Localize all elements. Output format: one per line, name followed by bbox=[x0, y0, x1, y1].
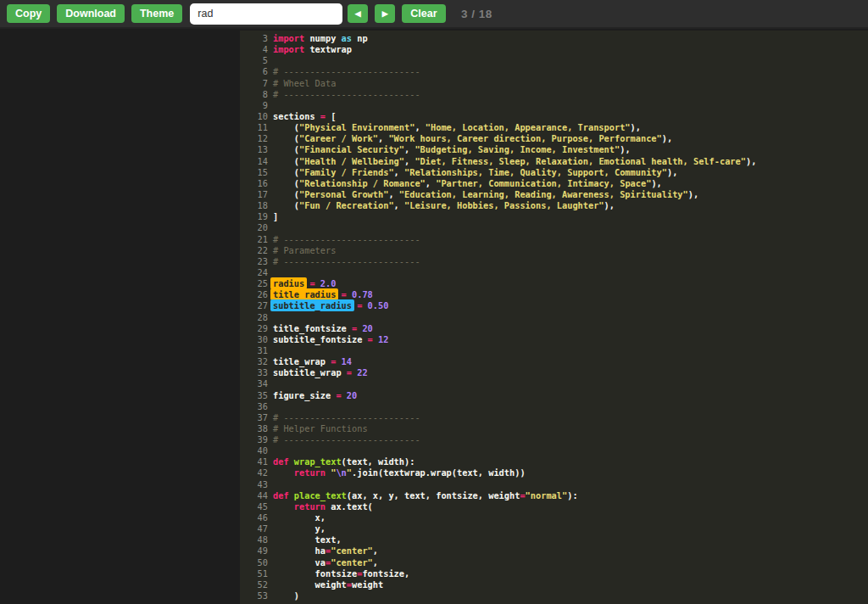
line-number: 24 bbox=[240, 267, 273, 278]
code-token: # -------------------------- bbox=[273, 412, 420, 422]
code-line: 29title_fontsize = 20 bbox=[240, 323, 868, 334]
code-line: 50 va="center", bbox=[240, 557, 868, 568]
code-line: 20 bbox=[240, 222, 868, 233]
search-input[interactable] bbox=[190, 3, 342, 25]
theme-button[interactable]: Theme bbox=[131, 4, 182, 23]
code-line: 43 bbox=[240, 479, 868, 490]
code-token: "Home, Location, Appearance, Transport" bbox=[426, 122, 631, 132]
line-number: 53 bbox=[240, 590, 273, 601]
code-token: 0.50 bbox=[368, 300, 389, 310]
line-number: 21 bbox=[240, 234, 273, 245]
code-token: def bbox=[273, 456, 289, 467]
code-line: 12 ("Career / Work", "Work hours, Career… bbox=[240, 133, 868, 144]
code-token: weight bbox=[352, 579, 383, 590]
line-number: 31 bbox=[240, 345, 273, 356]
code-token: y, bbox=[273, 523, 326, 534]
code-line: 24 bbox=[240, 267, 868, 278]
code-line: 18 ("Fun / Recreation", "Leisure, Hobbie… bbox=[240, 200, 868, 211]
code-token: weight bbox=[273, 579, 347, 590]
code-token: # -------------------------- bbox=[273, 434, 420, 445]
prev-match-button[interactable]: ◀ bbox=[348, 4, 368, 23]
code-token: subtitle_fontsize bbox=[273, 334, 368, 344]
code-token: place_text bbox=[294, 490, 347, 501]
code-line: 52 weight=weight bbox=[240, 579, 868, 590]
code-token: ): bbox=[567, 490, 577, 501]
code-line: 35figure_size = 20 bbox=[240, 390, 868, 401]
code-token: 2.0 bbox=[320, 278, 337, 288]
code-line: 36 bbox=[240, 401, 868, 412]
code-token: ( bbox=[273, 178, 299, 188]
code-token: "Education, Learning, Reading, Awareness… bbox=[399, 189, 688, 199]
line-number: 20 bbox=[240, 222, 273, 233]
line-number: 39 bbox=[240, 434, 273, 445]
code-token: return bbox=[294, 467, 326, 478]
code-token: import bbox=[273, 33, 304, 43]
line-number: 17 bbox=[240, 189, 273, 200]
code-token: # -------------------------- bbox=[273, 66, 420, 76]
code-token: figure_size bbox=[273, 390, 336, 400]
code-line: 51 fontsize=fontsize, bbox=[240, 568, 868, 579]
code-line: 30subtitle_fontsize = 12 bbox=[240, 334, 868, 345]
line-number: 5 bbox=[240, 55, 273, 66]
line-number: 29 bbox=[240, 323, 273, 334]
code-token: fontsize, bbox=[362, 568, 409, 579]
line-number: 8 bbox=[240, 89, 273, 100]
code-token: , bbox=[394, 167, 404, 177]
code-line: 42 return "\n".join(textwrap.wrap(text, … bbox=[240, 467, 868, 478]
code-token: , bbox=[388, 189, 398, 199]
code-token: ), bbox=[746, 156, 756, 166]
search-match-highlight: title_radius bbox=[270, 288, 338, 300]
next-match-button[interactable]: ▶ bbox=[375, 4, 395, 23]
code-line: 53 ) bbox=[240, 590, 868, 601]
code-token: , bbox=[373, 545, 378, 556]
code-line: 45 return ax.text( bbox=[240, 501, 868, 512]
copy-button[interactable]: Copy bbox=[7, 4, 50, 23]
code-token: ), bbox=[604, 200, 615, 210]
code-line: 17 ("Personal Growth", "Education, Learn… bbox=[240, 189, 868, 200]
code-token: "Career / Work" bbox=[299, 133, 378, 143]
download-button[interactable]: Download bbox=[57, 4, 125, 23]
code-token: , bbox=[378, 133, 388, 143]
code-token: "Family / Friends" bbox=[299, 167, 394, 177]
code-editor[interactable]: 3import numpy as np4import textwrap56# -… bbox=[240, 31, 868, 604]
line-number: 30 bbox=[240, 334, 273, 345]
code-line: 8# -------------------------- bbox=[240, 89, 868, 100]
line-number: 13 bbox=[240, 144, 273, 155]
code-token: "Work hours, Career direction, Purpose, … bbox=[388, 133, 661, 143]
code-line: 4import textwrap bbox=[240, 44, 868, 55]
line-number: 27 bbox=[240, 300, 273, 311]
line-number: 9 bbox=[240, 100, 273, 111]
code-token: 20 bbox=[362, 323, 372, 333]
code-token: "Relationships, Time, Quality, Support, … bbox=[404, 167, 667, 177]
line-number: 50 bbox=[240, 557, 273, 568]
code-line: 21# -------------------------- bbox=[240, 234, 868, 245]
code-token: ] bbox=[273, 211, 278, 221]
line-number: 4 bbox=[240, 44, 273, 55]
code-token: ha bbox=[273, 545, 326, 556]
code-line: 38# Helper Functions bbox=[240, 423, 868, 434]
code-token: "Physical Environment" bbox=[299, 122, 415, 132]
code-token: [ bbox=[326, 111, 336, 121]
code-line: 32title_wrap = 14 bbox=[240, 356, 868, 367]
line-number: 46 bbox=[240, 512, 273, 523]
clear-button[interactable]: Clear bbox=[402, 4, 445, 23]
code-token: 0.78 bbox=[352, 289, 373, 299]
line-number: 16 bbox=[240, 178, 273, 189]
line-number: 33 bbox=[240, 367, 273, 378]
code-line: 7# Wheel Data bbox=[240, 78, 868, 89]
code-token: ), bbox=[631, 122, 641, 132]
line-number: 11 bbox=[240, 122, 273, 133]
line-number: 32 bbox=[240, 356, 273, 367]
code-token: import bbox=[273, 44, 304, 54]
code-token: 22 bbox=[357, 367, 367, 378]
code-token: ) bbox=[273, 590, 299, 601]
code-token: subtitle_wrap bbox=[273, 367, 347, 378]
line-number: 35 bbox=[240, 390, 273, 401]
code-line: 39# -------------------------- bbox=[240, 434, 868, 445]
line-number: 36 bbox=[240, 401, 273, 412]
code-token: , bbox=[415, 122, 425, 132]
line-number: 52 bbox=[240, 579, 273, 590]
line-number: 42 bbox=[240, 467, 273, 478]
line-number: 23 bbox=[240, 256, 273, 267]
code-line: 28 bbox=[240, 312, 868, 323]
